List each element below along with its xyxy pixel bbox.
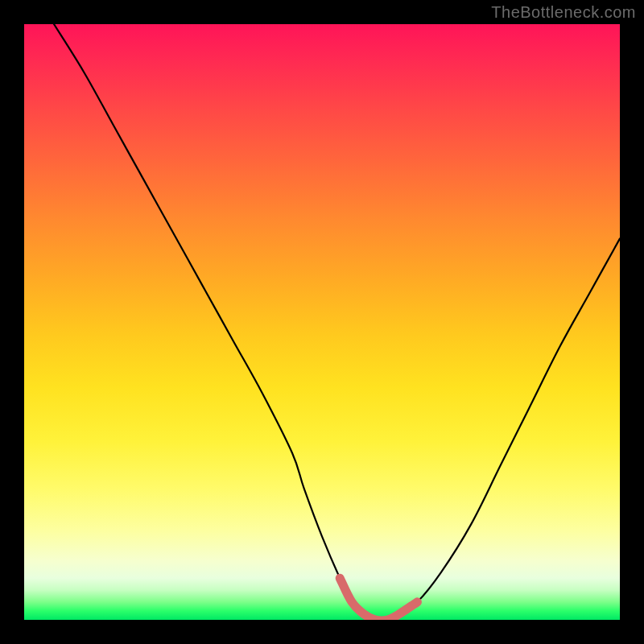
chart-frame: TheBottleneck.com — [0, 0, 644, 644]
curve-layer — [24, 24, 620, 620]
watermark-text: TheBottleneck.com — [491, 3, 636, 22]
plot-area — [24, 24, 620, 620]
bottleneck-curve — [54, 24, 620, 620]
highlight-region — [340, 578, 417, 620]
